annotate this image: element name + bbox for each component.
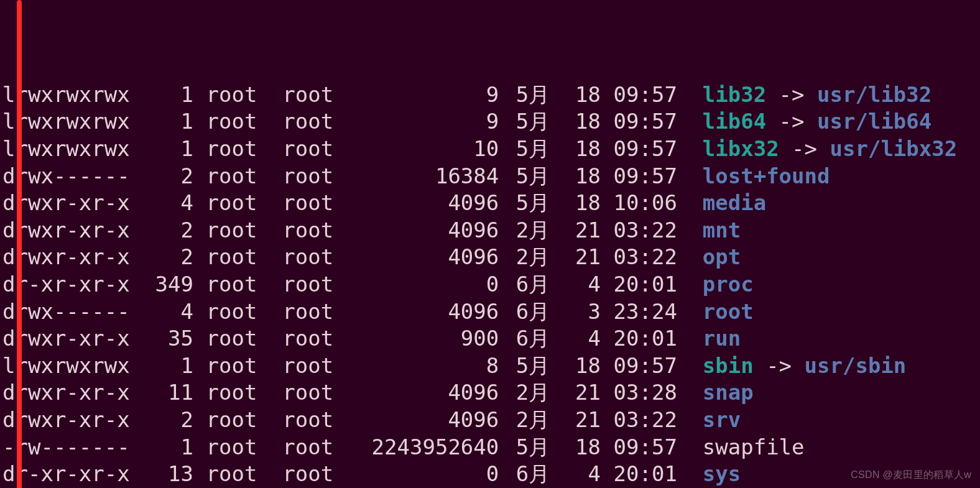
col-owner: root xyxy=(206,244,270,271)
col-day: 18 xyxy=(563,434,601,461)
col-group: root xyxy=(282,217,346,244)
col-owner: root xyxy=(206,163,270,190)
col-links: 2 xyxy=(142,163,193,190)
col-group: root xyxy=(282,434,346,461)
col-day: 18 xyxy=(563,136,601,163)
col-day: 21 xyxy=(563,217,601,244)
col-owner: root xyxy=(206,325,270,352)
col-links: 4 xyxy=(142,190,193,217)
file-name: run xyxy=(703,325,741,352)
col-links: 11 xyxy=(142,379,193,407)
col-time: 09:57 xyxy=(614,434,690,461)
col-month: 6月 xyxy=(512,271,550,298)
file-name: root xyxy=(703,298,754,326)
col-owner: root xyxy=(206,190,270,217)
file-name: lib32 xyxy=(703,81,766,109)
col-day: 21 xyxy=(563,244,601,271)
col-month: 5月 xyxy=(512,190,550,217)
col-owner: root xyxy=(206,352,270,380)
symlink-target: usr/sbin xyxy=(805,352,907,380)
col-group: root xyxy=(282,298,346,326)
col-day: 18 xyxy=(563,163,601,190)
col-links: 13 xyxy=(142,461,193,488)
watermark: CSDN @麦田里的稻草人w xyxy=(851,469,971,482)
col-owner: root xyxy=(206,271,270,298)
col-time: 03:28 xyxy=(614,379,690,407)
col-time: 03:22 xyxy=(614,244,690,271)
col-size: 4096 xyxy=(359,407,499,434)
symlink-arrow: -> xyxy=(766,81,817,109)
col-group: root xyxy=(282,379,346,407)
col-owner: root xyxy=(206,136,270,163)
col-group: root xyxy=(282,244,346,271)
col-size: 9 xyxy=(359,81,499,109)
listing-row: drwx------ 4 root root 4096 6月 3 23:24 r… xyxy=(2,298,980,326)
col-month: 2月 xyxy=(512,407,550,434)
col-day: 18 xyxy=(563,190,601,217)
file-name: swapfile xyxy=(703,434,805,461)
col-links: 4 xyxy=(142,298,193,326)
col-day: 18 xyxy=(563,81,601,109)
col-links: 1 xyxy=(142,108,193,136)
listing-row: drwxr-xr-x 11 root root 4096 2月 21 03:28… xyxy=(2,379,980,407)
col-links: 1 xyxy=(142,352,193,380)
symlink-target: usr/lib64 xyxy=(817,108,931,136)
listing-row: dr-xr-xr-x 13 root root 0 6月 4 20:01 sys xyxy=(2,461,980,488)
col-month: 5月 xyxy=(512,352,550,380)
listing-row: lrwxrwxrwx 1 root root 9 5月 18 09:57 lib… xyxy=(2,108,980,136)
file-name: mnt xyxy=(703,217,741,244)
symlink-target: usr/lib32 xyxy=(817,81,931,109)
col-time: 09:57 xyxy=(614,136,690,163)
col-month: 2月 xyxy=(512,379,550,407)
listing-row: drwxr-xr-x 2 root root 4096 2月 21 03:22 … xyxy=(2,217,980,244)
symlink-arrow: -> xyxy=(754,352,805,380)
file-name: libx32 xyxy=(703,136,779,163)
file-name: opt xyxy=(703,244,741,271)
col-links: 2 xyxy=(142,244,193,271)
col-day: 4 xyxy=(563,271,601,298)
listing-row: lrwxrwxrwx 1 root root 10 5月 18 09:57 li… xyxy=(2,136,980,163)
col-time: 03:22 xyxy=(614,217,690,244)
col-group: root xyxy=(282,352,346,380)
col-links: 35 xyxy=(142,325,193,352)
col-month: 6月 xyxy=(512,298,550,326)
col-time: 20:01 xyxy=(614,271,690,298)
col-size: 2243952640 xyxy=(359,434,499,461)
col-owner: root xyxy=(206,108,270,136)
col-month: 5月 xyxy=(512,163,550,190)
col-month: 5月 xyxy=(512,108,550,136)
listing-row: -rw------- 1 root root 2243952640 5月 18 … xyxy=(2,434,980,461)
col-size: 8 xyxy=(359,352,499,380)
col-time: 09:57 xyxy=(614,352,690,380)
file-name: snap xyxy=(703,379,754,407)
col-size: 10 xyxy=(359,136,499,163)
col-group: root xyxy=(282,136,346,163)
col-day: 18 xyxy=(563,108,601,136)
col-links: 2 xyxy=(142,217,193,244)
listing-row: drwxr-xr-x 2 root root 4096 2月 21 03:22 … xyxy=(2,244,980,271)
col-size: 16384 xyxy=(359,163,499,190)
col-size: 4096 xyxy=(359,217,499,244)
col-size: 4096 xyxy=(359,379,499,407)
col-links: 2 xyxy=(142,407,193,434)
listing-row: lrwxrwxrwx 1 root root 9 5月 18 09:57 lib… xyxy=(2,81,980,109)
symlink-arrow: -> xyxy=(779,136,830,163)
col-time: 09:57 xyxy=(614,81,690,109)
col-day: 18 xyxy=(563,352,601,380)
col-group: root xyxy=(282,81,346,109)
col-links: 349 xyxy=(142,271,193,298)
col-month: 2月 xyxy=(512,217,550,244)
col-time: 09:57 xyxy=(614,163,690,190)
col-group: root xyxy=(282,461,346,488)
col-links: 1 xyxy=(142,81,193,109)
col-month: 5月 xyxy=(512,136,550,163)
col-time: 20:01 xyxy=(614,461,690,488)
listing-row: drwxr-xr-x 35 root root 900 6月 4 20:01 r… xyxy=(2,325,980,352)
file-name: lost+found xyxy=(703,163,830,190)
col-owner: root xyxy=(206,217,270,244)
col-owner: root xyxy=(206,298,270,326)
file-name: srv xyxy=(703,407,741,434)
col-size: 9 xyxy=(359,108,499,136)
col-month: 6月 xyxy=(512,325,550,352)
terminal-output[interactable]: lrwxrwxrwx 1 root root 9 5月 18 09:57 lib… xyxy=(0,0,980,488)
